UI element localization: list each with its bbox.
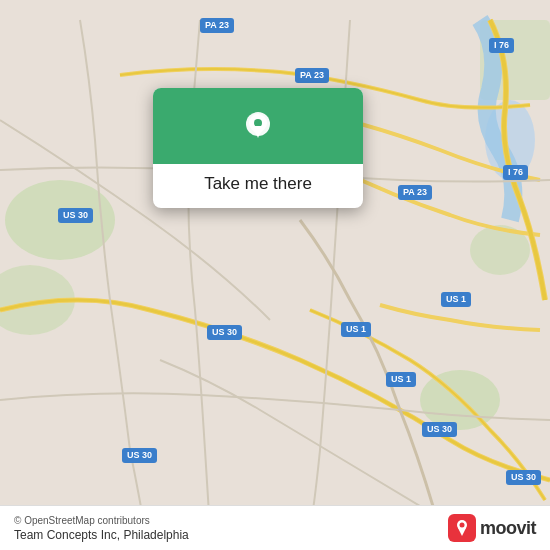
road-shield-pa23-right: PA 23 [398, 185, 432, 200]
road-shield-us30-bottom-right: US 30 [422, 422, 457, 437]
road-shield-us30-center: US 30 [207, 325, 242, 340]
road-shield-us30-left: US 30 [58, 208, 93, 223]
road-shield-us30-bottom-left: US 30 [122, 448, 157, 463]
map-background [0, 0, 550, 550]
road-shield-us1-bottom: US 1 [386, 372, 416, 387]
take-me-there-button[interactable]: Take me there [153, 164, 363, 208]
moovit-icon [448, 514, 476, 542]
popup-card[interactable]: Take me there [153, 88, 363, 208]
map-container: PA 23 PA 23 PA 23 US 30 US 30 US 30 US 3… [0, 0, 550, 550]
road-shield-pa23-top: PA 23 [200, 18, 234, 33]
bottom-bar: © OpenStreetMap contributors Team Concep… [0, 505, 550, 550]
popup-green-area [153, 88, 363, 164]
road-shield-us30-far-right: US 30 [506, 470, 541, 485]
location-pin-icon [236, 106, 280, 150]
road-shield-us1-right: US 1 [441, 292, 471, 307]
moovit-text: moovit [480, 518, 536, 539]
road-shield-i76-top: I 76 [489, 38, 514, 53]
osm-credit: © OpenStreetMap contributors [14, 515, 189, 526]
road-shield-i76-lower: I 76 [503, 165, 528, 180]
svg-point-10 [254, 119, 262, 127]
place-name: Team Concepts Inc, Philadelphia [14, 528, 189, 542]
svg-point-14 [459, 523, 464, 528]
moovit-logo: moovit [448, 514, 536, 542]
road-shield-us1-center: US 1 [341, 322, 371, 337]
road-shield-pa23-mid: PA 23 [295, 68, 329, 83]
